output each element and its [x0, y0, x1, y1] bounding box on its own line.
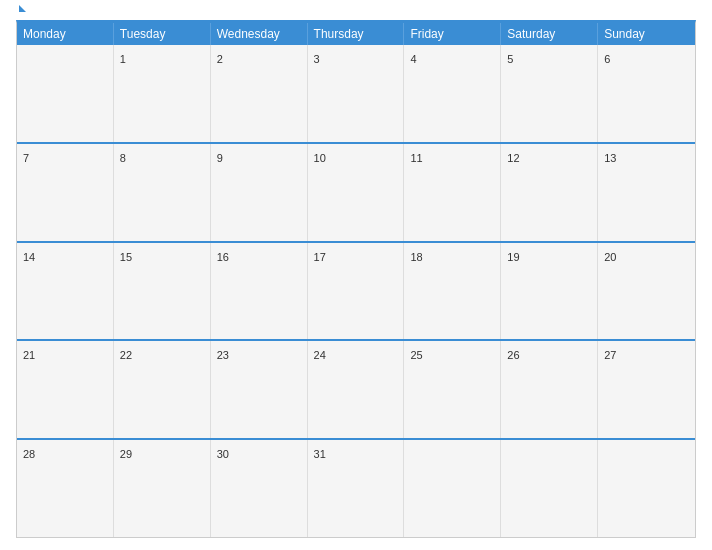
- week-row-2: 78910111213: [17, 142, 695, 241]
- day-cell: 21: [17, 341, 114, 438]
- day-number: 17: [314, 251, 326, 263]
- day-number: 29: [120, 448, 132, 460]
- day-cell: 8: [114, 144, 211, 241]
- day-number: 10: [314, 152, 326, 164]
- day-number: 4: [410, 53, 416, 65]
- day-number: 3: [314, 53, 320, 65]
- week-row-5: 28293031: [17, 438, 695, 537]
- day-headers-row: MondayTuesdayWednesdayThursdayFridaySatu…: [17, 23, 695, 45]
- day-number: 8: [120, 152, 126, 164]
- calendar-page: MondayTuesdayWednesdayThursdayFridaySatu…: [0, 0, 712, 550]
- day-number: 18: [410, 251, 422, 263]
- day-cell: 5: [501, 45, 598, 142]
- day-number: 13: [604, 152, 616, 164]
- day-number: 1: [120, 53, 126, 65]
- day-cell: 3: [308, 45, 405, 142]
- day-number: 9: [217, 152, 223, 164]
- week-row-1: 123456: [17, 45, 695, 142]
- day-cell: 1: [114, 45, 211, 142]
- day-number: 30: [217, 448, 229, 460]
- day-number: 5: [507, 53, 513, 65]
- week-row-3: 14151617181920: [17, 241, 695, 340]
- day-number: 20: [604, 251, 616, 263]
- day-cell: 11: [404, 144, 501, 241]
- day-cell: 12: [501, 144, 598, 241]
- calendar-grid: MondayTuesdayWednesdayThursdayFridaySatu…: [16, 20, 696, 538]
- day-header-wednesday: Wednesday: [211, 23, 308, 45]
- day-number: 16: [217, 251, 229, 263]
- day-number: 23: [217, 349, 229, 361]
- day-cell: 17: [308, 243, 405, 340]
- day-cell: 18: [404, 243, 501, 340]
- day-cell: 13: [598, 144, 695, 241]
- day-header-tuesday: Tuesday: [114, 23, 211, 45]
- day-cell: 23: [211, 341, 308, 438]
- day-cell: [17, 45, 114, 142]
- week-row-4: 21222324252627: [17, 339, 695, 438]
- day-cell: 27: [598, 341, 695, 438]
- day-number: 11: [410, 152, 422, 164]
- logo-triangle-icon: [19, 5, 26, 12]
- day-header-sunday: Sunday: [598, 23, 695, 45]
- day-cell: 29: [114, 440, 211, 537]
- day-header-thursday: Thursday: [308, 23, 405, 45]
- day-cell: [501, 440, 598, 537]
- day-number: 2: [217, 53, 223, 65]
- day-cell: 9: [211, 144, 308, 241]
- day-number: 28: [23, 448, 35, 460]
- day-cell: 26: [501, 341, 598, 438]
- day-number: 31: [314, 448, 326, 460]
- weeks-container: 1234567891011121314151617181920212223242…: [17, 45, 695, 537]
- day-cell: 16: [211, 243, 308, 340]
- day-cell: 24: [308, 341, 405, 438]
- day-cell: [598, 440, 695, 537]
- day-number: 12: [507, 152, 519, 164]
- day-cell: 7: [17, 144, 114, 241]
- day-cell: 4: [404, 45, 501, 142]
- day-number: 15: [120, 251, 132, 263]
- day-header-monday: Monday: [17, 23, 114, 45]
- day-cell: 14: [17, 243, 114, 340]
- day-cell: 28: [17, 440, 114, 537]
- day-number: 19: [507, 251, 519, 263]
- day-number: 24: [314, 349, 326, 361]
- day-cell: 6: [598, 45, 695, 142]
- day-cell: [404, 440, 501, 537]
- day-cell: 31: [308, 440, 405, 537]
- day-cell: 30: [211, 440, 308, 537]
- day-number: 27: [604, 349, 616, 361]
- day-number: 25: [410, 349, 422, 361]
- day-cell: 19: [501, 243, 598, 340]
- day-number: 7: [23, 152, 29, 164]
- day-number: 6: [604, 53, 610, 65]
- day-number: 14: [23, 251, 35, 263]
- day-cell: 25: [404, 341, 501, 438]
- day-cell: 20: [598, 243, 695, 340]
- day-cell: 22: [114, 341, 211, 438]
- day-number: 26: [507, 349, 519, 361]
- day-header-saturday: Saturday: [501, 23, 598, 45]
- day-cell: 2: [211, 45, 308, 142]
- day-number: 22: [120, 349, 132, 361]
- day-number: 21: [23, 349, 35, 361]
- day-cell: 10: [308, 144, 405, 241]
- day-header-friday: Friday: [404, 23, 501, 45]
- day-cell: 15: [114, 243, 211, 340]
